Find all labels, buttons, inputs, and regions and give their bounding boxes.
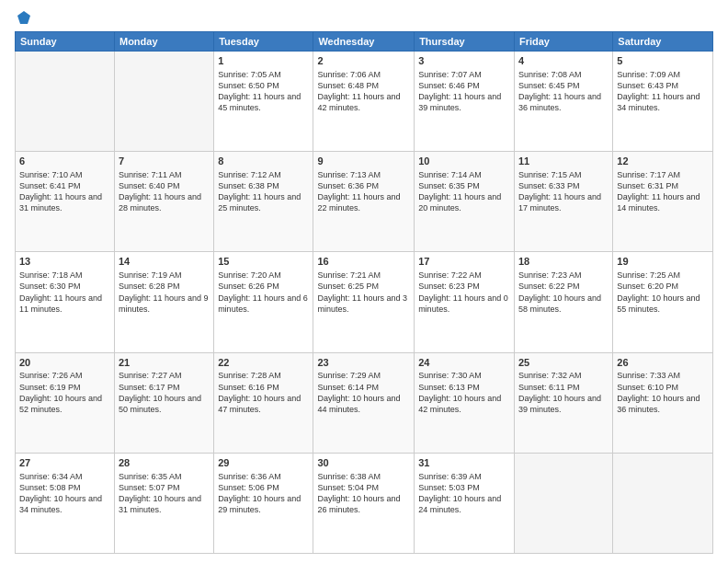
day-number: 4: [518, 54, 609, 68]
logo: [15, 9, 32, 26]
svg-marker-0: [17, 11, 30, 24]
calendar-cell: 23Sunrise: 7:29 AMSunset: 6:14 PMDayligh…: [313, 352, 415, 453]
calendar-cell: 27Sunrise: 6:34 AMSunset: 5:08 PMDayligh…: [16, 453, 115, 553]
calendar-cell: 4Sunrise: 7:08 AMSunset: 6:45 PMDaylight…: [514, 52, 612, 152]
day-info: Sunrise: 7:13 AMSunset: 6:36 PMDaylight:…: [317, 170, 400, 213]
day-info: Sunrise: 7:09 AMSunset: 6:43 PMDaylight:…: [617, 70, 700, 112]
day-info: Sunrise: 6:38 AMSunset: 5:04 PMDaylight:…: [317, 472, 400, 514]
calendar-cell: 2Sunrise: 7:06 AMSunset: 6:48 PMDaylight…: [313, 52, 415, 152]
calendar-cell: 24Sunrise: 7:30 AMSunset: 6:13 PMDayligh…: [415, 352, 515, 453]
calendar-cell: 13Sunrise: 7:18 AMSunset: 6:30 PMDayligh…: [16, 252, 115, 352]
day-number: 22: [218, 356, 309, 370]
day-info: Sunrise: 7:29 AMSunset: 6:14 PMDaylight:…: [317, 371, 400, 413]
day-number: 7: [119, 155, 210, 168]
calendar-week-row: 27Sunrise: 6:34 AMSunset: 5:08 PMDayligh…: [16, 453, 713, 553]
calendar-header-saturday: Saturday: [613, 32, 713, 52]
calendar-table: SundayMondayTuesdayWednesdayThursdayFrid…: [15, 31, 713, 554]
calendar-cell: 7Sunrise: 7:11 AMSunset: 6:40 PMDaylight…: [114, 152, 213, 252]
day-info: Sunrise: 7:17 AMSunset: 6:31 PMDaylight:…: [617, 170, 700, 213]
day-number: 10: [418, 155, 510, 168]
day-number: 1: [218, 54, 309, 68]
calendar-header-friday: Friday: [514, 32, 612, 52]
day-info: Sunrise: 6:35 AMSunset: 5:07 PMDaylight:…: [119, 472, 201, 514]
day-number: 3: [418, 54, 510, 68]
calendar-cell: [514, 453, 612, 553]
logo-flag-icon: [16, 9, 32, 26]
calendar-cell: 10Sunrise: 7:14 AMSunset: 6:35 PMDayligh…: [415, 152, 515, 252]
calendar-header-sunday: Sunday: [16, 32, 115, 52]
day-info: Sunrise: 7:32 AMSunset: 6:11 PMDaylight:…: [518, 371, 601, 413]
day-info: Sunrise: 7:19 AMSunset: 6:28 PMDaylight:…: [119, 270, 209, 313]
day-number: 13: [19, 255, 110, 269]
calendar-cell: 6Sunrise: 7:10 AMSunset: 6:41 PMDaylight…: [16, 152, 115, 252]
calendar-cell: 29Sunrise: 6:36 AMSunset: 5:06 PMDayligh…: [214, 453, 313, 553]
day-info: Sunrise: 7:11 AMSunset: 6:40 PMDaylight:…: [119, 170, 201, 213]
calendar-cell: [613, 453, 713, 553]
calendar-cell: 19Sunrise: 7:25 AMSunset: 6:20 PMDayligh…: [613, 252, 713, 352]
day-number: 29: [218, 456, 309, 470]
day-info: Sunrise: 6:39 AMSunset: 5:03 PMDaylight:…: [418, 472, 501, 514]
day-info: Sunrise: 7:06 AMSunset: 6:48 PMDaylight:…: [317, 70, 400, 112]
calendar-cell: [114, 52, 213, 152]
day-info: Sunrise: 7:07 AMSunset: 6:46 PMDaylight:…: [418, 70, 501, 112]
calendar-cell: 22Sunrise: 7:28 AMSunset: 6:16 PMDayligh…: [214, 352, 313, 453]
day-info: Sunrise: 7:10 AMSunset: 6:41 PMDaylight:…: [19, 170, 102, 213]
calendar-cell: 14Sunrise: 7:19 AMSunset: 6:28 PMDayligh…: [114, 252, 213, 352]
day-number: 15: [218, 255, 309, 269]
day-number: 30: [317, 456, 410, 470]
calendar-cell: [16, 52, 115, 152]
day-number: 19: [617, 255, 709, 269]
day-info: Sunrise: 7:22 AMSunset: 6:23 PMDaylight:…: [418, 270, 508, 313]
calendar-week-row: 6Sunrise: 7:10 AMSunset: 6:41 PMDaylight…: [16, 152, 713, 252]
calendar-cell: 11Sunrise: 7:15 AMSunset: 6:33 PMDayligh…: [514, 152, 612, 252]
day-info: Sunrise: 7:05 AMSunset: 6:50 PMDaylight:…: [218, 70, 301, 112]
day-number: 12: [617, 155, 709, 168]
day-number: 28: [119, 456, 210, 470]
calendar-header-thursday: Thursday: [415, 32, 515, 52]
day-number: 25: [518, 356, 609, 370]
day-info: Sunrise: 7:27 AMSunset: 6:17 PMDaylight:…: [119, 371, 201, 413]
calendar-header-tuesday: Tuesday: [214, 32, 313, 52]
calendar-week-row: 20Sunrise: 7:26 AMSunset: 6:19 PMDayligh…: [16, 352, 713, 453]
page: SundayMondayTuesdayWednesdayThursdayFrid…: [0, 0, 728, 563]
day-number: 5: [617, 54, 709, 68]
day-info: Sunrise: 6:34 AMSunset: 5:08 PMDaylight:…: [19, 472, 102, 514]
day-number: 26: [617, 356, 709, 370]
calendar-cell: 26Sunrise: 7:33 AMSunset: 6:10 PMDayligh…: [613, 352, 713, 453]
day-info: Sunrise: 7:21 AMSunset: 6:25 PMDaylight:…: [317, 270, 407, 313]
day-info: Sunrise: 7:08 AMSunset: 6:45 PMDaylight:…: [518, 70, 601, 112]
day-info: Sunrise: 7:15 AMSunset: 6:33 PMDaylight:…: [518, 170, 601, 213]
calendar-cell: 5Sunrise: 7:09 AMSunset: 6:43 PMDaylight…: [613, 52, 713, 152]
day-number: 31: [418, 456, 510, 470]
day-number: 14: [119, 255, 210, 269]
calendar-week-row: 13Sunrise: 7:18 AMSunset: 6:30 PMDayligh…: [16, 252, 713, 352]
calendar-cell: 8Sunrise: 7:12 AMSunset: 6:38 PMDaylight…: [214, 152, 313, 252]
day-info: Sunrise: 6:36 AMSunset: 5:06 PMDaylight:…: [218, 472, 301, 514]
calendar-cell: 17Sunrise: 7:22 AMSunset: 6:23 PMDayligh…: [415, 252, 515, 352]
calendar-cell: 20Sunrise: 7:26 AMSunset: 6:19 PMDayligh…: [16, 352, 115, 453]
day-number: 16: [317, 255, 410, 269]
day-info: Sunrise: 7:25 AMSunset: 6:20 PMDaylight:…: [617, 270, 700, 313]
calendar-cell: 30Sunrise: 6:38 AMSunset: 5:04 PMDayligh…: [313, 453, 415, 553]
day-number: 18: [518, 255, 609, 269]
calendar-header-row: SundayMondayTuesdayWednesdayThursdayFrid…: [16, 32, 713, 52]
day-number: 11: [518, 155, 609, 168]
day-info: Sunrise: 7:18 AMSunset: 6:30 PMDaylight:…: [19, 270, 102, 313]
day-number: 21: [119, 356, 210, 370]
day-number: 2: [317, 54, 410, 68]
day-info: Sunrise: 7:14 AMSunset: 6:35 PMDaylight:…: [418, 170, 501, 213]
day-number: 8: [218, 155, 309, 168]
day-number: 27: [19, 456, 110, 470]
day-number: 20: [19, 356, 110, 370]
calendar-cell: 16Sunrise: 7:21 AMSunset: 6:25 PMDayligh…: [313, 252, 415, 352]
calendar-cell: 31Sunrise: 6:39 AMSunset: 5:03 PMDayligh…: [415, 453, 515, 553]
calendar-cell: 12Sunrise: 7:17 AMSunset: 6:31 PMDayligh…: [613, 152, 713, 252]
day-info: Sunrise: 7:33 AMSunset: 6:10 PMDaylight:…: [617, 371, 700, 413]
day-info: Sunrise: 7:12 AMSunset: 6:38 PMDaylight:…: [218, 170, 301, 213]
calendar-header-monday: Monday: [114, 32, 213, 52]
day-info: Sunrise: 7:23 AMSunset: 6:22 PMDaylight:…: [518, 270, 601, 313]
header: [15, 9, 713, 26]
calendar-cell: 15Sunrise: 7:20 AMSunset: 6:26 PMDayligh…: [214, 252, 313, 352]
day-number: 23: [317, 356, 410, 370]
calendar-cell: 25Sunrise: 7:32 AMSunset: 6:11 PMDayligh…: [514, 352, 612, 453]
